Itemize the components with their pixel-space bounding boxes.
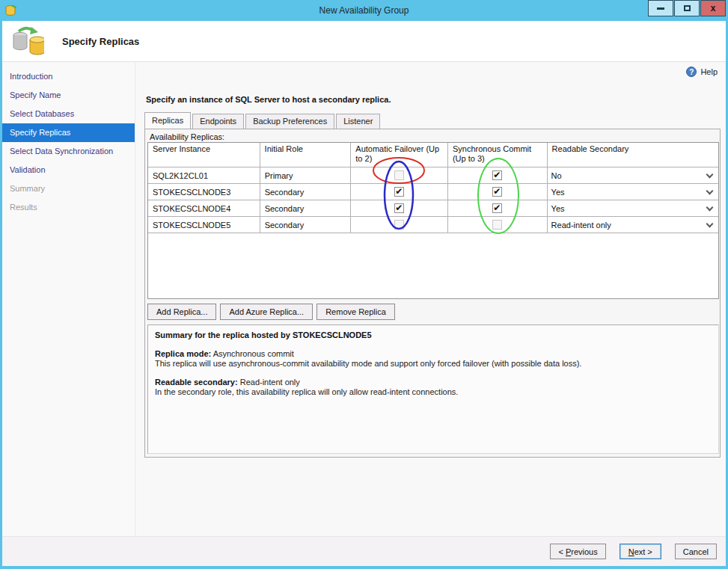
availability-replicas-label: Availability Replicas: bbox=[150, 132, 224, 141]
column-header-initial-role: Initial Role bbox=[260, 143, 352, 167]
footer-bar: < PreviousNext >Cancel bbox=[2, 536, 726, 566]
synchronous-commit-checkbox bbox=[492, 220, 502, 230]
synchronous-commit-checkbox[interactable] bbox=[492, 170, 502, 180]
summary-title: Summary for the replica hosted by STOKEC… bbox=[155, 330, 712, 339]
availability-replicas-grid: Server InstanceInitial RoleAutomatic Fai… bbox=[147, 142, 719, 299]
sidebar-item-select-databases[interactable]: Select Databases bbox=[2, 105, 135, 123]
readable-secondary-select[interactable]: No bbox=[548, 167, 718, 183]
automatic-failover-cell bbox=[351, 184, 448, 200]
table-row: SQL2K12CL01PrimaryNo bbox=[148, 167, 718, 184]
readable-secondary-select[interactable]: Yes bbox=[548, 200, 718, 216]
window-title: New Availability Group bbox=[0, 5, 728, 16]
replica-action-buttons: Add Replica...Add Azure Replica...Remove… bbox=[147, 304, 399, 320]
add-replica-button[interactable]: Add Replica... bbox=[147, 304, 216, 320]
column-header-automatic-failover-up-to-2: Automatic Failover (Up to 2) bbox=[351, 143, 448, 167]
synchronous-commit-checkbox[interactable] bbox=[492, 187, 502, 197]
initial-role-cell: Secondary bbox=[260, 200, 352, 217]
page-title: Specify Replicas bbox=[62, 36, 139, 47]
synchronous-commit-cell bbox=[448, 184, 548, 200]
titlebar: New Availability Group x bbox=[0, 0, 728, 21]
sidebar-item-validation[interactable]: Validation bbox=[2, 161, 135, 179]
close-button[interactable]: x bbox=[700, 0, 726, 16]
sidebar-item-summary: Summary bbox=[2, 179, 135, 198]
instruction-text: Specify an instance of SQL Server to hos… bbox=[146, 95, 391, 104]
readable-secondary-value: No bbox=[551, 171, 562, 180]
chevron-down-icon bbox=[706, 187, 714, 194]
server-instance-cell: SQL2K12CL01 bbox=[148, 167, 260, 184]
add-azure-replica-button[interactable]: Add Azure Replica... bbox=[220, 304, 313, 320]
table-row: STOKECSCLNODE3SecondaryYes bbox=[148, 184, 718, 200]
next-button[interactable]: Next > bbox=[620, 544, 661, 559]
automatic-failover-checkbox[interactable] bbox=[394, 187, 404, 197]
summary-section: Replica mode: Asynchronous commitThis re… bbox=[155, 349, 712, 368]
minimize-button[interactable] bbox=[648, 0, 673, 16]
chevron-down-icon bbox=[706, 220, 714, 227]
help-label: Help bbox=[700, 67, 718, 76]
synchronous-commit-checkbox[interactable] bbox=[492, 203, 502, 213]
grid-body: SQL2K12CL01PrimaryNoSTOKECSCLNODE3Second… bbox=[148, 167, 718, 233]
readable-secondary-value: Yes bbox=[551, 188, 565, 197]
initial-role-cell: Secondary bbox=[260, 184, 352, 200]
automatic-failover-checkbox bbox=[394, 170, 404, 180]
replicas-tab-page: Availability Replicas: Server InstanceIn… bbox=[144, 129, 721, 458]
automatic-failover-cell bbox=[351, 200, 448, 217]
readable-secondary-cell: Yes bbox=[548, 184, 718, 200]
summary-section-description: This replica will use asynchronous-commi… bbox=[155, 359, 712, 368]
wizard-header: Specify Replicas bbox=[2, 21, 726, 62]
tab-replicas[interactable]: Replicas bbox=[144, 112, 191, 129]
server-instance-cell: STOKECSCLNODE5 bbox=[148, 217, 260, 233]
initial-role-cell: Secondary bbox=[260, 217, 352, 233]
window-controls: x bbox=[647, 0, 726, 16]
sidebar-item-specify-replicas[interactable]: Specify Replicas bbox=[2, 123, 135, 142]
sidebar-item-specify-name[interactable]: Specify Name bbox=[2, 86, 135, 105]
table-row: STOKECSCLNODE4SecondaryYes bbox=[148, 200, 718, 217]
replicas-database-icon bbox=[10, 25, 44, 57]
table-row: STOKECSCLNODE5SecondaryRead-intent only bbox=[148, 217, 718, 233]
automatic-failover-cell bbox=[351, 167, 448, 184]
readable-secondary-select[interactable]: Yes bbox=[548, 184, 718, 200]
readable-secondary-value: Yes bbox=[551, 204, 565, 213]
readable-secondary-cell: Yes bbox=[548, 200, 718, 217]
help-icon: ? bbox=[686, 67, 697, 77]
synchronous-commit-cell bbox=[448, 167, 548, 184]
tab-listener[interactable]: Listener bbox=[336, 114, 380, 129]
sidebar-item-results: Results bbox=[2, 198, 135, 217]
tab-backup-preferences[interactable]: Backup Preferences bbox=[245, 114, 334, 129]
readable-secondary-select[interactable]: Read-intent only bbox=[548, 217, 718, 233]
automatic-failover-cell bbox=[351, 217, 448, 233]
chevron-down-icon bbox=[706, 170, 714, 178]
maximize-button[interactable] bbox=[674, 0, 700, 16]
cancel-button[interactable]: Cancel bbox=[675, 544, 717, 559]
summary-section: Readable secondary: Read-intent onlyIn t… bbox=[155, 378, 712, 396]
server-instance-cell: STOKECSCLNODE4 bbox=[148, 200, 260, 217]
remove-replica-button[interactable]: Remove Replica bbox=[316, 304, 395, 320]
summary-section-description: In the secondary role, this availability… bbox=[155, 387, 712, 396]
summary-section-label: Replica mode: Asynchronous commit bbox=[155, 349, 712, 358]
initial-role-cell: Primary bbox=[260, 167, 352, 184]
column-header-synchronous-commit-up-to-3: Synchronous Commit (Up to 3) bbox=[448, 143, 548, 167]
sidebar-item-introduction[interactable]: Introduction bbox=[2, 67, 135, 86]
previous-button[interactable]: < Previous bbox=[550, 544, 605, 559]
summary-section-label: Readable secondary: Read-intent only bbox=[155, 378, 712, 387]
synchronous-commit-cell bbox=[448, 200, 548, 217]
column-header-server-instance: Server Instance bbox=[148, 143, 260, 167]
server-instance-cell: STOKECSCLNODE3 bbox=[148, 184, 260, 200]
sidebar-item-select-data-synchronization[interactable]: Select Data Synchronization bbox=[2, 142, 135, 161]
column-header-readable-secondary: Readable Secondary bbox=[548, 143, 718, 167]
synchronous-commit-cell bbox=[448, 217, 548, 233]
tab-endpoints[interactable]: Endpoints bbox=[192, 114, 244, 129]
readable-secondary-cell: Read-intent only bbox=[548, 217, 718, 233]
help-link[interactable]: ? Help bbox=[686, 67, 718, 77]
tab-strip: ReplicasEndpointsBackup PreferencesListe… bbox=[144, 112, 382, 129]
wizard-steps-sidebar: IntroductionSpecify NameSelect Databases… bbox=[2, 62, 135, 536]
automatic-failover-checkbox[interactable] bbox=[394, 203, 404, 213]
readable-secondary-value: Read-intent only bbox=[551, 221, 611, 230]
grid-header-row: Server InstanceInitial RoleAutomatic Fai… bbox=[148, 143, 718, 167]
new-availability-group-window: New Availability Group x Specify Replica… bbox=[0, 0, 728, 569]
summary-sections: Replica mode: Asynchronous commitThis re… bbox=[155, 349, 712, 396]
main-content: ? Help Specify an instance of SQL Server… bbox=[136, 62, 728, 536]
automatic-failover-checkbox bbox=[394, 220, 404, 230]
replica-summary-panel: Summary for the replica hosted by STOKEC… bbox=[147, 325, 719, 454]
chevron-down-icon bbox=[706, 203, 714, 211]
readable-secondary-cell: No bbox=[548, 167, 718, 184]
